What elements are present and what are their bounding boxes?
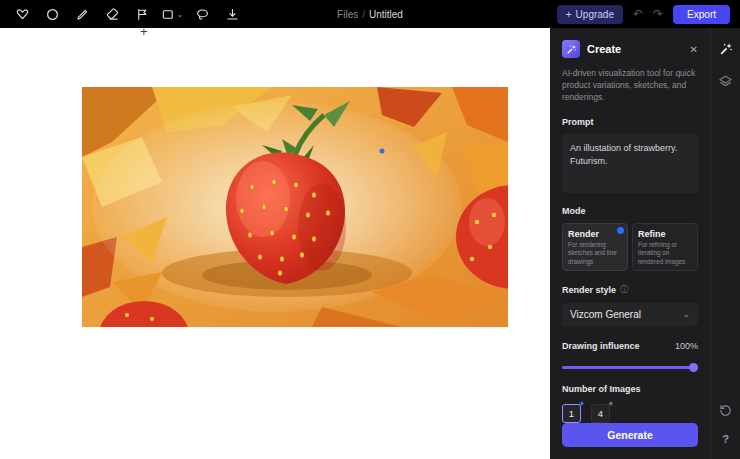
create-tool-icon[interactable] bbox=[716, 39, 736, 59]
panel-title: Create bbox=[587, 43, 621, 55]
plus-icon: + bbox=[566, 9, 572, 20]
credit-diamond-icon: ◆ bbox=[608, 400, 613, 406]
render-style-value: Vizcom General bbox=[570, 309, 641, 320]
magic-wand-icon bbox=[562, 40, 580, 58]
redo-icon[interactable]: ↷ bbox=[653, 8, 663, 20]
undo-icon[interactable]: ↶ bbox=[633, 8, 643, 20]
upgrade-label: Upgrade bbox=[576, 9, 614, 20]
breadcrumb[interactable]: Files / Untitled bbox=[337, 0, 403, 28]
breadcrumb-files[interactable]: Files bbox=[337, 9, 358, 20]
import-tool-icon[interactable] bbox=[220, 3, 244, 25]
image-count-selector: ◆ 1 ◆ 4 bbox=[562, 404, 698, 423]
breadcrumb-doc-title[interactable]: Untitled bbox=[369, 9, 403, 20]
render-style-dropdown[interactable]: Vizcom General ⌄ bbox=[562, 303, 698, 325]
mode-label: Mode bbox=[562, 206, 698, 216]
mode-render-label: Render bbox=[568, 229, 622, 239]
info-icon[interactable]: ⓘ bbox=[620, 284, 628, 295]
canvas[interactable]: + bbox=[0, 28, 550, 459]
mode-refine-label: Refine bbox=[638, 229, 692, 239]
mode-render-desc: For rendering sketches and line drawings bbox=[568, 241, 622, 267]
flag-tool-icon[interactable] bbox=[130, 3, 154, 25]
export-button[interactable]: Export bbox=[673, 5, 730, 24]
ellipse-tool-icon[interactable] bbox=[40, 3, 64, 25]
rail-top bbox=[716, 39, 736, 91]
history-icon[interactable] bbox=[716, 400, 736, 420]
slider-thumb[interactable] bbox=[689, 363, 698, 372]
create-panel: Create ✕ AI-driven visualization tool fo… bbox=[550, 28, 710, 459]
panel-header: Create ✕ bbox=[562, 40, 698, 58]
image-count-4-button[interactable]: 4 bbox=[591, 404, 610, 423]
drawing-influence-label: Drawing influence bbox=[562, 341, 640, 351]
main-area: + bbox=[0, 28, 740, 459]
vizcom-logo[interactable] bbox=[10, 3, 34, 25]
layers-icon[interactable] bbox=[716, 71, 736, 91]
slider-track bbox=[562, 366, 698, 369]
help-icon[interactable]: ? bbox=[716, 429, 736, 449]
mode-refine-desc: For refining or iterating on rendered im… bbox=[638, 241, 692, 267]
topbar-right: + Upgrade ↶ ↷ Export bbox=[557, 5, 730, 24]
image-count-option: ◆ 1 bbox=[562, 404, 581, 423]
credit-diamond-icon: ◆ bbox=[579, 400, 584, 406]
mode-render-card[interactable]: Render For rendering sketches and line d… bbox=[562, 223, 628, 272]
prompt-input[interactable]: An illustation of strawberry. Futurism. bbox=[562, 134, 698, 193]
upgrade-button[interactable]: + Upgrade bbox=[557, 5, 623, 24]
chevron-down-icon: ⌄ bbox=[682, 309, 690, 319]
canvas-image[interactable] bbox=[82, 87, 508, 327]
lasso-tool-icon[interactable] bbox=[190, 3, 214, 25]
close-icon[interactable]: ✕ bbox=[690, 44, 698, 55]
right-rail: ? bbox=[710, 28, 740, 459]
prompt-label: Prompt bbox=[562, 117, 698, 127]
topbar: ⌄ Files / Untitled + Upgrade ↶ ↷ Export bbox=[0, 0, 740, 28]
mode-refine-card[interactable]: Refine For refining or iterating on rend… bbox=[632, 223, 698, 272]
drawing-influence-slider[interactable] bbox=[562, 362, 698, 371]
image-count-option: ◆ 4 bbox=[591, 404, 610, 423]
toolbar: ⌄ bbox=[10, 3, 244, 25]
generate-button[interactable]: Generate bbox=[562, 423, 698, 447]
render-style-label-text: Render style bbox=[562, 285, 616, 295]
drawing-influence-value: 100% bbox=[675, 341, 698, 351]
rail-bottom: ? bbox=[716, 400, 736, 449]
crosshair-cursor-icon: + bbox=[140, 28, 148, 39]
slider-fill bbox=[562, 366, 698, 369]
breadcrumb-separator: / bbox=[362, 9, 365, 20]
render-style-label: Render style ⓘ bbox=[562, 284, 698, 295]
eraser-tool-icon[interactable] bbox=[100, 3, 124, 25]
drawing-influence-row: Drawing influence 100% bbox=[562, 341, 698, 351]
mode-selector: Render For rendering sketches and line d… bbox=[562, 223, 698, 272]
app-window: ⌄ Files / Untitled + Upgrade ↶ ↷ Export bbox=[0, 0, 740, 459]
panel-description: AI-driven visualization tool for quick p… bbox=[562, 68, 698, 104]
shape-tool-icon[interactable]: ⌄ bbox=[160, 3, 184, 25]
chevron-down-icon: ⌄ bbox=[177, 10, 184, 19]
brush-tool-icon[interactable] bbox=[70, 3, 94, 25]
image-count-1-button[interactable]: 1 bbox=[562, 404, 581, 423]
number-of-images-label: Number of Images bbox=[562, 384, 698, 394]
credit-badge-icon bbox=[617, 227, 624, 234]
